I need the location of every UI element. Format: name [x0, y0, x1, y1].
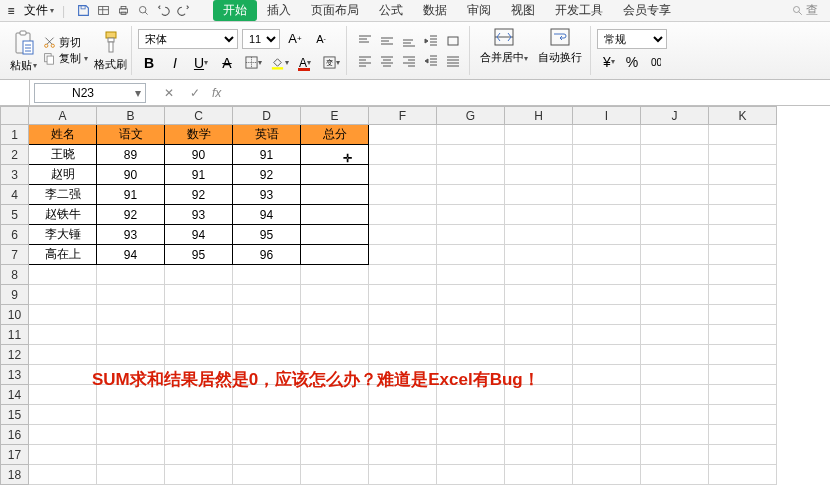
cell[interactable]	[29, 465, 97, 485]
cell[interactable]	[165, 465, 233, 485]
cell[interactable]: 92	[233, 165, 301, 185]
cell[interactable]	[573, 325, 641, 345]
row-header[interactable]: 17	[1, 445, 29, 465]
cell[interactable]	[165, 265, 233, 285]
cell[interactable]	[437, 225, 505, 245]
decrease-indent-button[interactable]	[421, 52, 441, 70]
cell[interactable]	[233, 445, 301, 465]
cell[interactable]	[573, 345, 641, 365]
cell[interactable]	[641, 265, 709, 285]
cell[interactable]	[437, 245, 505, 265]
cell[interactable]: 姓名	[29, 125, 97, 145]
align-middle-button[interactable]	[377, 32, 397, 50]
cell[interactable]	[573, 265, 641, 285]
cell[interactable]: 语文	[97, 125, 165, 145]
cell[interactable]	[437, 285, 505, 305]
cell[interactable]	[573, 305, 641, 325]
wrap-text-button[interactable]: 自动换行	[534, 26, 586, 75]
tab-review[interactable]: 审阅	[457, 0, 501, 21]
cell[interactable]	[641, 465, 709, 485]
cancel-formula-button[interactable]: ✕	[160, 86, 178, 100]
hamburger-icon[interactable]: ≡	[4, 4, 18, 18]
cell[interactable]	[301, 345, 369, 365]
cell[interactable]	[165, 405, 233, 425]
cell[interactable]	[641, 145, 709, 165]
cell[interactable]	[641, 305, 709, 325]
number-format-select[interactable]: 常规	[597, 29, 667, 49]
cell[interactable]	[709, 165, 777, 185]
cell[interactable]	[233, 265, 301, 285]
currency-button[interactable]: ¥▾	[598, 51, 620, 73]
cell[interactable]: 90	[97, 165, 165, 185]
cell[interactable]	[709, 465, 777, 485]
cell[interactable]	[29, 425, 97, 445]
cell[interactable]	[369, 405, 437, 425]
cell[interactable]	[97, 325, 165, 345]
cell[interactable]	[641, 285, 709, 305]
cell[interactable]: 英语	[233, 125, 301, 145]
cell[interactable]	[641, 345, 709, 365]
bold-button[interactable]: B	[138, 52, 160, 74]
font-name-select[interactable]: 宋体	[138, 29, 238, 49]
cell[interactable]	[97, 285, 165, 305]
select-all-triangle[interactable]	[0, 80, 30, 105]
cell[interactable]	[505, 125, 573, 145]
row-header[interactable]: 12	[1, 345, 29, 365]
increase-indent-button[interactable]	[421, 32, 441, 50]
tab-data[interactable]: 数据	[413, 0, 457, 21]
cell[interactable]	[369, 125, 437, 145]
cell[interactable]	[641, 425, 709, 445]
cell[interactable]	[97, 405, 165, 425]
cell[interactable]	[641, 245, 709, 265]
cell[interactable]	[369, 245, 437, 265]
copy-button[interactable]: 复制▾	[41, 51, 90, 66]
cell[interactable]	[437, 305, 505, 325]
italic-button[interactable]: I	[164, 52, 186, 74]
cell[interactable]: 94	[165, 225, 233, 245]
cell[interactable]	[165, 445, 233, 465]
cell[interactable]	[573, 165, 641, 185]
print-icon[interactable]	[115, 3, 131, 19]
cell[interactable]	[573, 225, 641, 245]
col-header-K[interactable]: K	[709, 107, 777, 125]
cell[interactable]	[505, 465, 573, 485]
tab-developer[interactable]: 开发工具	[545, 0, 613, 21]
cell[interactable]: 91	[233, 145, 301, 165]
align-center-button[interactable]	[377, 52, 397, 70]
cell[interactable]: 89	[97, 145, 165, 165]
cell[interactable]	[709, 385, 777, 405]
cell[interactable]	[709, 425, 777, 445]
cell[interactable]	[573, 245, 641, 265]
cell[interactable]	[301, 245, 369, 265]
cell[interactable]	[641, 325, 709, 345]
fill-color-button[interactable]: ▾	[268, 52, 290, 74]
cell[interactable]: 95	[165, 245, 233, 265]
cell[interactable]	[573, 425, 641, 445]
cell[interactable]	[369, 325, 437, 345]
cell[interactable]	[29, 305, 97, 325]
redo-icon[interactable]	[175, 3, 191, 19]
cell[interactable]	[709, 345, 777, 365]
phonetic-button[interactable]: 变▾	[320, 52, 342, 74]
cell[interactable]	[301, 425, 369, 445]
cell[interactable]	[505, 165, 573, 185]
paste-button[interactable]: 粘贴▾	[10, 28, 37, 73]
cell[interactable]: 91	[165, 165, 233, 185]
cell[interactable]	[709, 265, 777, 285]
strikethrough-button[interactable]: A	[216, 52, 238, 74]
row-header[interactable]: 10	[1, 305, 29, 325]
cell[interactable]	[437, 165, 505, 185]
cell[interactable]: 92	[97, 205, 165, 225]
col-header-I[interactable]: I	[573, 107, 641, 125]
cell[interactable]: 91	[97, 185, 165, 205]
col-header-D[interactable]: D	[233, 107, 301, 125]
spreadsheet-grid[interactable]: A B C D E F G H I J K 1 姓名 语文 数学 英语 总分 2…	[0, 106, 777, 485]
cell[interactable]	[233, 345, 301, 365]
cell[interactable]	[573, 445, 641, 465]
row-header[interactable]: 8	[1, 265, 29, 285]
cell[interactable]	[301, 265, 369, 285]
cell[interactable]	[301, 285, 369, 305]
cell[interactable]	[165, 345, 233, 365]
cell[interactable]: 94	[97, 245, 165, 265]
col-header-J[interactable]: J	[641, 107, 709, 125]
